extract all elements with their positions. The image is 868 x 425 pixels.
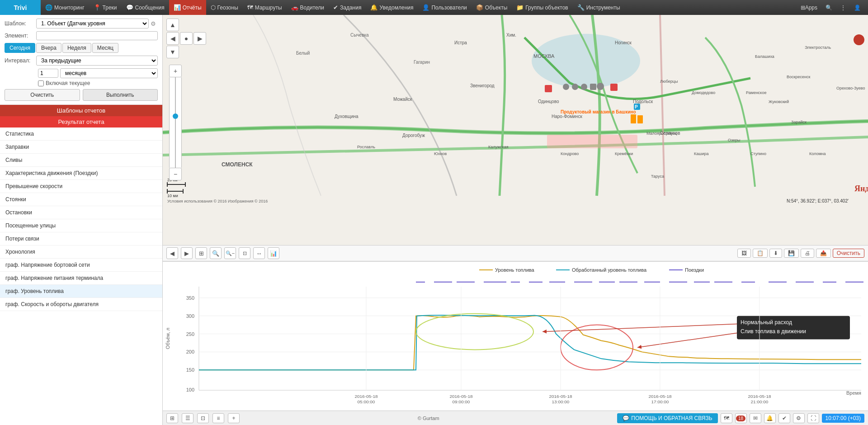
include-current-checkbox[interactable]	[38, 80, 44, 86]
chart-share-btn[interactable]: 📤	[816, 249, 831, 258]
more-button[interactable]: ⋮	[837, 0, 849, 15]
menu-graph-terminal-voltage[interactable]: граф. Напряжение питания терминала	[0, 272, 162, 285]
user-button[interactable]: 👤	[850, 0, 864, 15]
maps-btn[interactable]: 🗺	[721, 413, 732, 423]
chart-clear-btn[interactable]: Очистить	[833, 249, 864, 258]
task-btn[interactable]: ✔	[778, 413, 790, 423]
svg-text:Электросталь: Электросталь	[805, 45, 831, 50]
svg-text:Жуковский: Жуковский	[769, 99, 789, 104]
nav-geozones-label: Геозоны	[217, 5, 238, 11]
interval-number-input[interactable]: 1	[38, 69, 58, 78]
chart-image-btn[interactable]: 🖼	[737, 249, 751, 258]
run-button[interactable]: Выполнить	[83, 89, 158, 101]
element-row: Элемент:	[5, 31, 158, 40]
chart-zoom-in-btn[interactable]: 🔍	[210, 247, 222, 259]
chart-download-btn[interactable]: ⬇	[769, 249, 782, 258]
chart-zoom-reset-btn[interactable]: ⊡	[239, 247, 250, 259]
nav-routes[interactable]: 🗺 Маршруты	[243, 0, 287, 15]
chart-zoom-out-btn[interactable]: 🔍−	[224, 247, 236, 259]
svg-text:Яндекс: Яндекс	[854, 184, 868, 193]
menu-graph-voltage[interactable]: граф. Напряжение бортовой сети	[0, 259, 162, 272]
view-list-btn[interactable]: ☰	[182, 413, 193, 423]
date-btn-month[interactable]: Месяц	[92, 43, 118, 53]
menu-stops[interactable]: Остановки	[0, 206, 162, 219]
template-select[interactable]: 1. Объект (Датчик уровня	[36, 19, 149, 28]
menu-statistics[interactable]: Статистика	[0, 128, 162, 141]
menu-drains[interactable]: Сливы	[0, 154, 162, 167]
menu-speeding[interactable]: Превышение скорости	[0, 180, 162, 193]
nav-messages[interactable]: 💬 Сообщения	[122, 0, 169, 15]
chart-svg: Уровень топлива Обработанный уровень топ…	[163, 262, 868, 411]
template-config-btn[interactable]: ⚙	[149, 19, 158, 28]
menu-parking[interactable]: Стоянки	[0, 193, 162, 206]
interval-number-row: 1 месяцев	[5, 68, 158, 78]
nav-monitoring[interactable]: 🌐 Мониторинг	[41, 0, 89, 15]
map-area[interactable]: МОСКВА СМОЛЕНСК Гагарин Белый Сычевка Ис…	[163, 15, 868, 245]
menu-graph-speed[interactable]: граф. Скорость и обороты двигателя	[0, 298, 162, 311]
date-btn-week[interactable]: Неделя	[62, 43, 91, 53]
menu-refueling[interactable]: Заправки	[0, 141, 162, 154]
email-btn[interactable]: ✉	[750, 413, 761, 423]
routes-icon: 🗺	[247, 4, 253, 11]
menu-graph-fuel[interactable]: граф. Уровень топлива	[0, 285, 162, 298]
map-up-btn[interactable]: ▲	[166, 19, 179, 31]
chart-export-btn[interactable]: 📊	[268, 247, 279, 259]
nav-tools[interactable]: 🔧 Инструменты	[573, 0, 625, 15]
clear-button[interactable]: Очистить	[5, 89, 80, 101]
chart-save-btn[interactable]: 💾	[784, 249, 799, 258]
users-icon: 👤	[422, 4, 429, 11]
view-detail-btn[interactable]: ≡	[212, 413, 224, 423]
chart-print-btn[interactable]: 🖨	[801, 249, 814, 258]
help-feedback-btn[interactable]: 💬 ПОМОЩЬ И ОБРАТНАЯ СВЯЗЬ	[617, 413, 717, 423]
nav-groups[interactable]: 📁 Группы объектов	[512, 0, 572, 15]
nav-notifications[interactable]: 🔔 Уведомления	[366, 0, 418, 15]
search-button[interactable]: 🔍	[822, 0, 836, 15]
settings-btn[interactable]: ⚙	[793, 413, 805, 423]
notifications-badge-btn[interactable]: 18	[735, 413, 747, 423]
include-current-label: Включая текущее	[46, 80, 90, 86]
date-btn-yesterday[interactable]: Вчера	[36, 43, 61, 53]
chart-scroll-btn[interactable]: ↔	[253, 247, 265, 259]
svg-text:17:00:00: 17:00:00	[651, 399, 669, 404]
alert-btn[interactable]: 🔔	[764, 413, 776, 423]
map-right-btn[interactable]: ▶	[193, 32, 206, 45]
view-icon-btn[interactable]: ⊡	[197, 413, 209, 423]
zoom-slider-handle[interactable]	[173, 113, 178, 119]
svg-text:Одинцово: Одинцово	[538, 99, 559, 104]
nav-geozones[interactable]: ⬡ Геозоны	[206, 0, 243, 15]
map-down-btn[interactable]: ▼	[166, 46, 179, 58]
templates-header[interactable]: Шаблоны отчетов	[0, 105, 162, 116]
apps-button[interactable]: ⊞ Apps	[797, 0, 821, 15]
menu-chronology[interactable]: Хронология	[0, 246, 162, 259]
svg-text:2016-05-18: 2016-05-18	[449, 394, 473, 399]
chart-next-btn[interactable]: ▶	[181, 247, 193, 259]
map-reset-btn[interactable]: ●	[180, 32, 193, 45]
nav-users[interactable]: 👤 Пользователи	[418, 0, 471, 15]
top-navigation: Trivi 🌐 Мониторинг 📍 Треки 💬 Сообщения 📊…	[0, 0, 868, 15]
nav-objects[interactable]: 📦 Объекты	[472, 0, 512, 15]
nav-reports[interactable]: 📊 Отчёты	[169, 0, 206, 15]
add-item-btn[interactable]: +	[228, 413, 240, 423]
fullscreen-btn[interactable]: ⛶	[807, 413, 819, 423]
chart-toolbar-right: 🖼 📋 ⬇ 💾 🖨 📤 Очистить	[737, 249, 864, 258]
menu-connection-loss[interactable]: Потери связи	[0, 232, 162, 246]
menu-streets[interactable]: Посещенные улицы	[0, 219, 162, 232]
interval-unit-select[interactable]: месяцев	[60, 68, 158, 78]
chart-copy-btn[interactable]: 📋	[753, 249, 768, 258]
interval-type-select[interactable]: За предыдущие	[36, 56, 158, 66]
chart-prev-btn[interactable]: ◀	[166, 247, 178, 259]
svg-text:350: 350	[186, 295, 194, 301]
date-btn-today[interactable]: Сегодня	[5, 43, 35, 53]
map-zoom-in-btn[interactable]: +	[169, 65, 182, 77]
map-zoom-out-btn[interactable]: −	[169, 168, 182, 180]
nav-tasks[interactable]: ✔ Задания	[329, 0, 366, 15]
nav-tracks[interactable]: 📍 Треки	[89, 0, 122, 15]
menu-movement[interactable]: Характеристика движения (Поездки)	[0, 167, 162, 180]
app-logo[interactable]: Trivi	[0, 0, 41, 15]
element-input[interactable]	[36, 31, 158, 40]
chart-fit-btn[interactable]: ⊞	[195, 247, 207, 259]
map-left-btn[interactable]: ◀	[166, 32, 179, 45]
nav-drivers[interactable]: 🚗 Водители	[287, 0, 329, 15]
svg-text:Кондрово: Кондрово	[561, 151, 579, 156]
view-grid-btn[interactable]: ⊞	[166, 413, 178, 423]
